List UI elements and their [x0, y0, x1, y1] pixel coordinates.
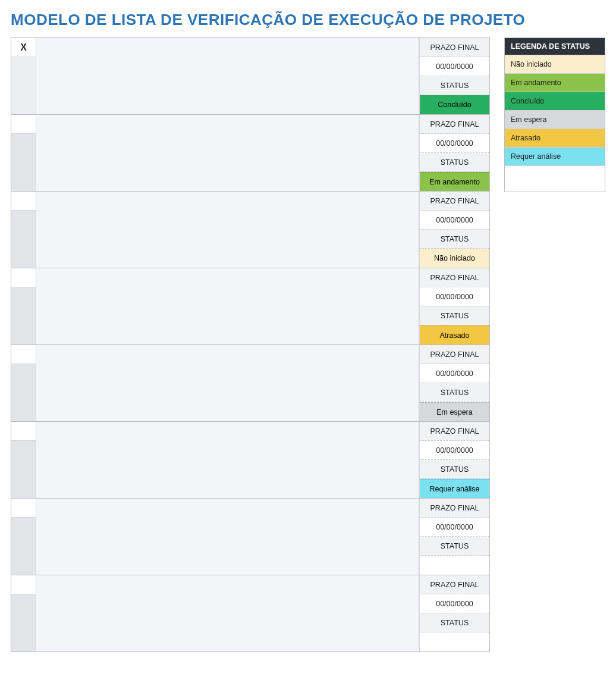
- task-status-value[interactable]: Concluído: [419, 95, 489, 114]
- task-row: PRAZO FINAL 00/00/0000 STATUS Atrasado: [11, 268, 489, 345]
- page-title: MODELO DE LISTA DE VERIFICAÇÃO DE EXECUÇ…: [11, 11, 605, 29]
- task-check-cell[interactable]: [11, 345, 36, 364]
- task-description[interactable]: [36, 115, 419, 191]
- task-check-cell[interactable]: [11, 192, 36, 211]
- task-check-cell[interactable]: [11, 575, 36, 594]
- checklist-table: X PRAZO FINAL 00/00/0000 STATUS Concluíd…: [11, 37, 490, 652]
- task-description[interactable]: [36, 268, 419, 344]
- legend-header: LEGENDA DE STATUS: [505, 38, 605, 55]
- task-deadline-label: PRAZO FINAL: [419, 499, 489, 518]
- task-check-cell[interactable]: [11, 422, 36, 441]
- layout-container: X PRAZO FINAL 00/00/0000 STATUS Concluíd…: [11, 37, 605, 652]
- task-side-cell: [11, 57, 36, 114]
- legend-item-concluido: Concluído: [505, 92, 605, 110]
- task-deadline-value[interactable]: 00/00/0000: [419, 441, 489, 460]
- task-description[interactable]: [36, 575, 419, 651]
- task-deadline-label: PRAZO FINAL: [419, 38, 489, 57]
- task-row: PRAZO FINAL 00/00/0000 STATUS: [11, 499, 489, 575]
- task-side-cell: [11, 287, 36, 344]
- status-legend: LEGENDA DE STATUS Não iniciado Em andame…: [504, 37, 605, 192]
- task-status-value[interactable]: [419, 632, 489, 651]
- legend-item-blank: [505, 165, 605, 192]
- task-status-label: STATUS: [419, 306, 489, 325]
- task-status-label: STATUS: [419, 613, 489, 632]
- task-side-cell: [11, 518, 36, 575]
- task-status-value[interactable]: Em andamento: [419, 172, 489, 191]
- legend-item-nao-iniciado: Não iniciado: [505, 55, 605, 73]
- task-description[interactable]: [36, 422, 419, 498]
- task-status-value[interactable]: [419, 556, 489, 575]
- task-deadline-value[interactable]: 00/00/0000: [419, 364, 489, 383]
- legend-item-atrasado: Atrasado: [505, 129, 605, 147]
- task-deadline-value[interactable]: 00/00/0000: [419, 287, 489, 306]
- task-status-label: STATUS: [419, 460, 489, 479]
- task-deadline-label: PRAZO FINAL: [419, 422, 489, 441]
- task-side-cell: [11, 364, 36, 421]
- task-side-cell: [11, 134, 36, 191]
- task-description[interactable]: [36, 345, 419, 421]
- task-deadline-value[interactable]: 00/00/0000: [419, 518, 489, 537]
- task-description[interactable]: [36, 499, 419, 575]
- task-status-value[interactable]: Não iniciado: [419, 249, 489, 268]
- task-deadline-label: PRAZO FINAL: [419, 268, 489, 287]
- legend-item-em-espera: Em espera: [505, 110, 605, 129]
- task-deadline-label: PRAZO FINAL: [419, 115, 489, 134]
- task-row: PRAZO FINAL 00/00/0000 STATUS Requer aná…: [11, 422, 489, 499]
- task-check-cell[interactable]: [11, 268, 36, 287]
- task-deadline-label: PRAZO FINAL: [419, 192, 489, 211]
- task-row: PRAZO FINAL 00/00/0000 STATUS Não inicia…: [11, 192, 489, 268]
- task-row: PRAZO FINAL 00/00/0000 STATUS Em espera: [11, 345, 489, 422]
- task-side-cell: [11, 594, 36, 651]
- legend-item-requer-analise: Requer análise: [505, 147, 605, 165]
- task-description[interactable]: [36, 192, 419, 268]
- task-status-label: STATUS: [419, 537, 489, 556]
- task-description[interactable]: [36, 38, 419, 114]
- task-check-cell[interactable]: [11, 499, 36, 518]
- task-row: PRAZO FINAL 00/00/0000 STATUS Em andamen…: [11, 115, 489, 192]
- task-deadline-value[interactable]: 00/00/0000: [419, 134, 489, 153]
- task-deadline-label: PRAZO FINAL: [419, 575, 489, 594]
- task-side-cell: [11, 441, 36, 498]
- task-status-value[interactable]: Em espera: [419, 402, 489, 421]
- task-deadline-value[interactable]: 00/00/0000: [419, 57, 489, 76]
- task-check-cell[interactable]: X: [11, 38, 36, 57]
- task-deadline-value[interactable]: 00/00/0000: [419, 211, 489, 230]
- task-status-value[interactable]: Atrasado: [419, 325, 489, 344]
- task-row: PRAZO FINAL 00/00/0000 STATUS: [11, 575, 489, 652]
- task-status-label: STATUS: [419, 76, 489, 95]
- task-deadline-label: PRAZO FINAL: [419, 345, 489, 364]
- task-row: X PRAZO FINAL 00/00/0000 STATUS Concluíd…: [11, 38, 489, 115]
- task-status-label: STATUS: [419, 153, 489, 172]
- legend-item-em-andamento: Em andamento: [505, 73, 605, 92]
- task-status-value[interactable]: Requer análise: [419, 479, 489, 498]
- task-check-cell[interactable]: [11, 115, 36, 134]
- task-deadline-value[interactable]: 00/00/0000: [419, 594, 489, 613]
- task-status-label: STATUS: [419, 230, 489, 249]
- task-side-cell: [11, 211, 36, 268]
- task-status-label: STATUS: [419, 383, 489, 402]
